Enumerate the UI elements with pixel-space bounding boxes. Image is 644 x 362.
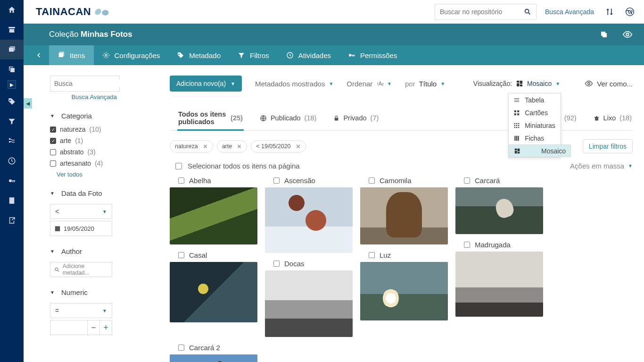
rail-expand-toggle[interactable]: ▶: [8, 80, 16, 89]
tab-filters[interactable]: Filtros: [229, 45, 278, 65]
logo[interactable]: TaInacan: [36, 6, 109, 18]
numeric-minus[interactable]: −: [88, 320, 100, 335]
status-tab-published[interactable]: Publicado(18): [259, 107, 317, 130]
status-tab-private[interactable]: Privado(7): [332, 107, 380, 130]
shown-metadata-dropdown[interactable]: Metadados mostrados▼: [255, 80, 333, 88]
item-card[interactable]: Ascensão: [265, 177, 353, 253]
item-thumbnail[interactable]: [360, 262, 448, 320]
select-all-checkbox[interactable]: [175, 163, 182, 169]
select-all-label[interactable]: Selecionar todos os itens na página: [188, 162, 300, 170]
rail-archive[interactable]: [0, 20, 24, 40]
item-checkbox[interactable]: [273, 261, 280, 267]
item-checkbox[interactable]: [178, 252, 184, 258]
facet-category-header[interactable]: ▼Categoria: [50, 112, 144, 120]
facet-date-header[interactable]: ▼Data da Foto: [50, 189, 144, 197]
facet-author-header[interactable]: ▼Author: [50, 247, 144, 255]
item-card[interactable]: Docas: [265, 260, 353, 337]
facet-numeric-header[interactable]: ▼Numeric: [50, 288, 144, 296]
item-card[interactable]: Luz: [360, 251, 448, 320]
search-icon[interactable]: [524, 8, 531, 16]
see-all-categories[interactable]: Ver todos: [57, 171, 144, 178]
filter-chip[interactable]: < 19/05/2020✕: [251, 140, 305, 152]
item-checkbox[interactable]: [178, 177, 184, 184]
item-thumbnail[interactable]: [170, 262, 257, 322]
item-thumbnail[interactable]: [455, 252, 543, 317]
chip-remove-icon[interactable]: ✕: [237, 143, 242, 150]
item-card[interactable]: Carcará: [455, 177, 543, 234]
see-as-button[interactable]: Ver como...: [585, 79, 633, 88]
item-thumbnail[interactable]: [265, 187, 353, 253]
item-card[interactable]: Carcará 2: [170, 344, 257, 362]
category-option[interactable]: ✓natureza (10): [50, 126, 144, 133]
tab-permissions[interactable]: Permissões: [339, 45, 405, 65]
item-checkbox[interactable]: [464, 242, 470, 248]
clear-filters-button[interactable]: Limpar filtros: [583, 139, 633, 153]
rail-taxonomies[interactable]: [0, 131, 24, 151]
global-search[interactable]: [435, 4, 537, 20]
rail-home[interactable]: [0, 0, 24, 20]
chevron-down-icon[interactable]: ▼: [555, 81, 560, 86]
filter-chip[interactable]: natureza✕: [170, 140, 213, 152]
global-search-input[interactable]: [440, 8, 524, 16]
rail-copy[interactable]: [0, 59, 24, 79]
advanced-search-link[interactable]: Busca Avançada: [545, 8, 594, 16]
item-card[interactable]: Casal: [170, 251, 257, 322]
sort-icon[interactable]: [605, 8, 614, 16]
date-input[interactable]: 19/05/2020: [50, 221, 112, 236]
item-card[interactable]: Abelha: [170, 177, 257, 244]
rail-collections[interactable]: [0, 40, 24, 59]
category-option[interactable]: ✓arte (1): [50, 137, 144, 144]
view-option-thumbs[interactable]: Miniaturas: [509, 119, 561, 132]
item-checkbox[interactable]: [464, 177, 470, 184]
numeric-operator-select[interactable]: =▼: [50, 303, 112, 318]
numeric-plus[interactable]: +: [100, 320, 112, 335]
rail-activities[interactable]: [0, 151, 24, 171]
local-search-input[interactable]: [54, 80, 137, 87]
view-current[interactable]: Mosaico: [527, 80, 552, 87]
rail-filters[interactable]: [0, 111, 24, 131]
tab-settings[interactable]: Configurações: [94, 45, 169, 65]
category-option[interactable]: artesanato (4): [50, 160, 144, 167]
item-card[interactable]: Madrugada: [455, 241, 543, 317]
item-thumbnail[interactable]: [455, 187, 543, 234]
author-search[interactable]: Adicione metadad...: [50, 262, 112, 277]
order-dropdown[interactable]: Ordenar↑AZ▼: [347, 80, 392, 88]
numeric-input[interactable]: [50, 320, 88, 335]
local-advanced-search[interactable]: Busca Avançada: [50, 93, 121, 101]
tab-items[interactable]: Itens: [49, 45, 94, 65]
tab-metadata[interactable]: Metadado: [168, 45, 229, 65]
category-option[interactable]: abstrato (3): [50, 148, 144, 156]
bulk-actions[interactable]: Ações em massa▼: [570, 162, 633, 170]
chip-remove-icon[interactable]: ✕: [203, 143, 208, 150]
view-option-mosaic[interactable]: Mosaico: [509, 144, 571, 157]
view-collection-icon[interactable]: [622, 29, 633, 40]
wordpress-icon[interactable]: [625, 7, 635, 17]
export-collection-icon[interactable]: [600, 30, 608, 39]
back-button[interactable]: [28, 45, 49, 65]
item-checkbox[interactable]: [178, 345, 184, 351]
item-thumbnail[interactable]: [265, 270, 353, 337]
item-checkbox[interactable]: [273, 177, 280, 184]
item-thumbnail[interactable]: [170, 354, 257, 362]
tab-activities[interactable]: Atividades: [278, 45, 339, 65]
filter-chip[interactable]: arte✕: [217, 140, 248, 152]
rail-permissions[interactable]: [0, 171, 24, 191]
status-tab-trash[interactable]: Lixo(18): [593, 107, 633, 130]
view-option-records[interactable]: Fichas: [509, 132, 561, 144]
rail-export[interactable]: [0, 210, 24, 230]
add-new-button[interactable]: Adiciona novo(a)▼: [170, 76, 242, 92]
view-option-table[interactable]: Tabela: [509, 93, 561, 106]
item-thumbnail[interactable]: [170, 187, 257, 244]
date-operator-select[interactable]: <▼: [50, 204, 112, 219]
view-option-cards[interactable]: Cartões: [509, 106, 561, 119]
rail-tags[interactable]: [0, 92, 24, 111]
status-tab-all[interactable]: Todos os itens publicados(25): [177, 107, 244, 130]
chip-remove-icon[interactable]: ✕: [296, 143, 301, 150]
item-checkbox[interactable]: [369, 252, 375, 258]
local-search[interactable]: [50, 76, 120, 92]
rail-import[interactable]: [0, 191, 24, 210]
order-by[interactable]: por Título ▼: [405, 80, 445, 88]
item-checkbox[interactable]: [369, 177, 375, 184]
item-thumbnail[interactable]: [360, 187, 448, 244]
item-card[interactable]: Camomila: [360, 177, 448, 244]
